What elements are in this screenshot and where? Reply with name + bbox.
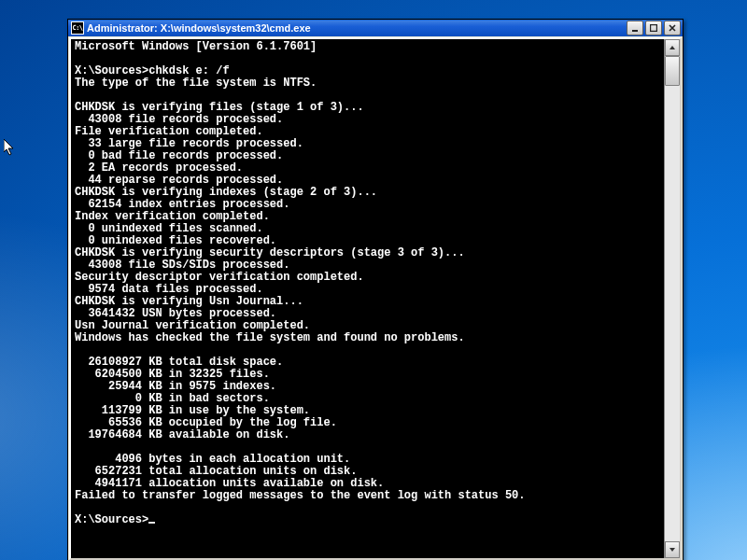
desktop-background: C:\ Administrator: X:\windows\system32\c… — [0, 0, 747, 560]
svg-rect-0 — [632, 30, 638, 32]
close-button[interactable] — [664, 21, 681, 35]
cmd-window: C:\ Administrator: X:\windows\system32\c… — [67, 19, 684, 560]
window-title: Administrator: X:\windows\system32\cmd.e… — [87, 22, 627, 34]
console-output[interactable]: Microsoft Windows [Version 6.1.7601]X:\S… — [71, 39, 664, 558]
console-line: Windows has checked the file system and … — [75, 332, 664, 344]
minimize-button[interactable] — [627, 21, 643, 35]
scroll-track[interactable] — [665, 56, 680, 541]
console-line: 19764684 KB available on disk. — [75, 429, 664, 441]
client-area: Microsoft Windows [Version 6.1.7601]X:\S… — [69, 37, 682, 560]
vertical-scrollbar[interactable] — [664, 39, 680, 558]
console-line: Failed to transfer logged messages to th… — [75, 490, 664, 502]
console-prompt-current[interactable]: X:\Sources> — [75, 514, 664, 526]
mouse-cursor-icon — [4, 139, 16, 157]
text-caret — [148, 522, 155, 524]
maximize-button[interactable] — [645, 21, 662, 35]
svg-rect-1 — [651, 25, 657, 32]
titlebar[interactable]: C:\ Administrator: X:\windows\system32\c… — [68, 20, 683, 36]
scroll-down-button[interactable] — [665, 541, 680, 558]
console-line — [75, 502, 664, 514]
console-line: Microsoft Windows [Version 6.1.7601] — [75, 41, 664, 53]
scroll-thumb[interactable] — [665, 56, 680, 86]
console-line: The type of the file system is NTFS. — [75, 77, 664, 90]
cmd-icon: C:\ — [71, 21, 84, 35]
scroll-up-button[interactable] — [665, 39, 680, 56]
